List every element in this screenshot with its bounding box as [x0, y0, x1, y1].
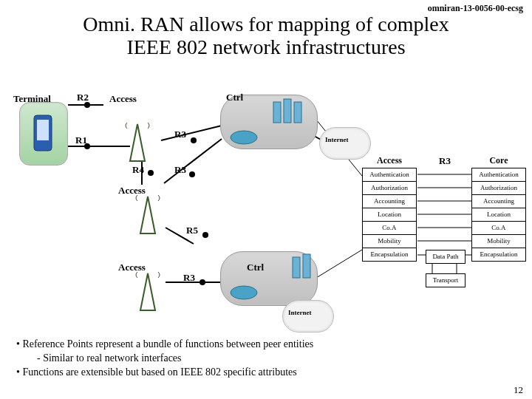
label-ctrl-1: Ctrl	[226, 92, 243, 103]
func-cell-transport: Transport	[426, 273, 466, 287]
core-functions-column: Core Authentication Authorization Accoun…	[471, 155, 526, 262]
server-icon	[273, 102, 281, 123]
svg-marker-22	[140, 197, 155, 233]
ref-point-dot	[200, 279, 205, 285]
tower-icon	[136, 272, 160, 310]
func-cell-encapsulation: Encapsulation	[362, 248, 417, 262]
bullet-2: • Functions are extensible but based on …	[16, 366, 313, 380]
server-icon	[303, 254, 310, 278]
func-cell-location: Location	[471, 208, 526, 222]
svg-rect-24	[37, 120, 49, 140]
label-internet-2: Internet	[288, 309, 312, 316]
core-col-header: Core	[471, 155, 526, 166]
bullet-list: • Reference Points represent a bundle of…	[16, 338, 313, 380]
server-icon	[284, 99, 291, 123]
router-icon	[231, 131, 257, 144]
label-r3-a: R3	[174, 129, 186, 140]
func-cell-coa: Co.A	[362, 222, 417, 235]
label-r4: R4	[132, 164, 144, 176]
label-r5: R5	[186, 225, 198, 236]
access-functions-column: Access Authentication Authorization Acco…	[362, 155, 417, 262]
title-line-2: IEEE 802 network infrastructures	[126, 35, 405, 58]
server-icon	[294, 102, 301, 123]
func-cell-location: Location	[362, 208, 417, 222]
func-cell-accounting: Accounting	[471, 195, 526, 208]
access-col-header: Access	[362, 155, 417, 166]
func-cell-encapsulation: Encapsulation	[471, 248, 526, 262]
network-diagram: Terminal R2 R1 Access Access Access Ctrl…	[0, 66, 532, 325]
func-cell-authorization: Authorization	[362, 182, 417, 195]
func-cell-datapath: Data Path	[426, 250, 466, 264]
ref-point-dot	[202, 232, 208, 238]
router-icon	[231, 286, 257, 299]
slide: omniran-13-0056-00-ecsg Omni. RAN allows…	[0, 0, 532, 399]
ref-point-dot	[191, 137, 197, 143]
label-r1: R1	[75, 134, 87, 146]
func-cell-authentication: Authentication	[362, 168, 417, 182]
label-ctrl-2: Ctrl	[247, 262, 264, 273]
ref-point-dot	[148, 170, 154, 176]
label-r2: R2	[77, 92, 89, 103]
label-r3-b: R3	[174, 164, 186, 176]
label-access-2: Access	[118, 185, 146, 197]
label-access-3: Access	[118, 262, 146, 273]
transport-row: Transport	[426, 273, 466, 287]
label-r3-c: R3	[183, 272, 195, 284]
tower-icon	[136, 195, 160, 233]
label-terminal: Terminal	[13, 93, 51, 105]
slide-number: 12	[514, 384, 523, 396]
bullet-1: • Reference Points represent a bundle of…	[16, 338, 313, 352]
func-cell-accounting: Accounting	[362, 195, 417, 208]
func-cell-mobility: Mobility	[471, 235, 526, 248]
title-line-1: Omni. RAN allows for mapping of complex	[83, 13, 449, 35]
func-cell-mobility: Mobility	[362, 235, 417, 248]
server-icon	[293, 257, 300, 278]
func-cell-authorization: Authorization	[471, 182, 526, 195]
label-internet-1: Internet	[325, 136, 349, 143]
svg-marker-23	[140, 273, 155, 310]
func-cell-coa: Co.A	[471, 222, 526, 235]
label-access-1: Access	[109, 93, 137, 105]
datapath-row: Data Path	[426, 250, 466, 264]
slide-title: Omni. RAN allows for mapping of complex …	[0, 13, 532, 59]
func-cell-authentication: Authentication	[471, 168, 526, 182]
ref-point-dot	[189, 171, 195, 177]
bullet-1a: - Similar to real network interfaces	[37, 352, 313, 366]
svg-marker-21	[130, 124, 145, 161]
tower-icon	[126, 123, 149, 161]
label-r3-mid: R3	[439, 155, 451, 167]
